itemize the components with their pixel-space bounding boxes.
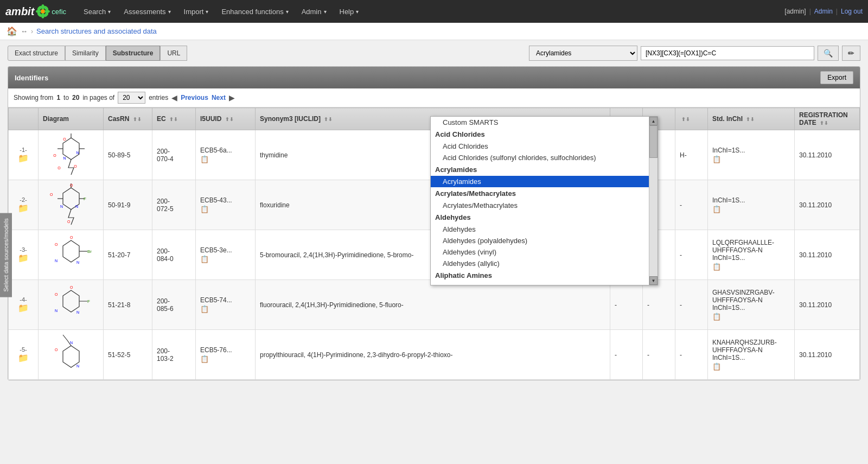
page-size-select[interactable]: 20 50 100	[118, 92, 145, 104]
nav-admin[interactable]: Admin ▾	[295, 0, 333, 23]
showing-to: 20	[72, 94, 79, 101]
copy-icon-2[interactable]: 📋	[200, 205, 251, 213]
enhanced-dropdown-arrow: ▾	[286, 9, 289, 15]
svg-text:N: N	[76, 310, 79, 314]
nav-assessments[interactable]: Assessments ▾	[117, 0, 177, 23]
dropdown-item-acrylamides[interactable]: Acrylamides	[431, 176, 649, 187]
side-tab-select-sources[interactable]: Select data sources/models	[0, 213, 12, 297]
svg-text:N: N	[75, 205, 78, 208]
copy-icon-4[interactable]: 📋	[200, 305, 251, 313]
nav-user-area: [admin] | Admin | Log out	[784, 8, 863, 15]
export-button[interactable]: Export	[820, 71, 853, 84]
nav-import[interactable]: Import ▾	[177, 0, 215, 23]
ec-5: 200-103-2	[152, 330, 196, 380]
svg-marker-29	[63, 240, 79, 262]
dropdown-list: Custom SMARTS Acid Chlorides Acid Chlori…	[431, 117, 649, 285]
dropdown-item-acid-chlorides[interactable]: Acid Chlorides	[431, 141, 649, 152]
folder-icon-4[interactable]: 📁	[18, 303, 29, 313]
smarts-edit-button[interactable]: ✏	[842, 46, 860, 61]
logout-link[interactable]: Log out	[841, 8, 863, 15]
dropdown-item-custom-smarts[interactable]: Custom SMARTS	[431, 117, 649, 128]
copy-stdinchi-2[interactable]: 📋	[712, 205, 790, 213]
diagram-cell-2: F O O O N N	[39, 180, 104, 230]
copy-stdinchi-5[interactable]: 📋	[712, 363, 790, 371]
dropdown-item-aldehydes[interactable]: Aldehydes	[431, 224, 649, 235]
th-col9: ⬆⬇	[675, 108, 708, 130]
th-diagram: Diagram	[39, 108, 104, 130]
folder-icon-3[interactable]: 📁	[18, 253, 29, 263]
smarts-input[interactable]	[641, 46, 814, 60]
smarts-dropdown[interactable]: Custom SMARTS Acid Chlorides Acid Chlori…	[430, 116, 658, 285]
folder-icon-1[interactable]: 📁	[18, 154, 29, 163]
svg-text:O: O	[50, 193, 53, 196]
row-label-1: -1- 📁	[9, 130, 39, 180]
smarts-category-select[interactable]: Custom SMARTSAcid ChloridesAcid Chloride…	[529, 46, 637, 61]
next-button[interactable]: Next	[212, 94, 226, 101]
folder-icon-2[interactable]: 📁	[18, 204, 29, 213]
dropdown-item-aliphatic-primary[interactable]: Aliphatic Amines (primary amines or mono…	[431, 282, 649, 285]
scroll-thumb[interactable]	[649, 125, 658, 158]
th-stdinchi: Std. InChI ⬆⬇	[708, 108, 795, 130]
col9-1: H-	[675, 130, 708, 180]
logo-flower-icon	[36, 4, 50, 18]
logo-cefic-text: cefic	[52, 8, 66, 16]
nav-enhanced-functions[interactable]: Enhanced functions ▾	[215, 0, 295, 23]
svg-marker-36	[63, 290, 79, 312]
next-arrow-icon[interactable]: ▶	[229, 93, 235, 102]
svg-text:O: O	[55, 348, 58, 352]
similarity-button[interactable]: Similarity	[65, 46, 106, 61]
stdinchi-1: InChI=1S...📋	[708, 130, 795, 180]
scroll-up-button[interactable]: ▲	[649, 117, 658, 125]
breadcrumb-link[interactable]: Search structures and associated data	[36, 27, 157, 35]
nav-search[interactable]: Search ▾	[77, 0, 117, 23]
svg-text:O: O	[70, 183, 73, 187]
exact-structure-button[interactable]: Exact structure	[8, 46, 65, 61]
dropdown-item-acrylates[interactable]: Acrylates/Methacrylates	[431, 200, 649, 211]
svg-text:O: O	[67, 220, 71, 224]
smarts-search-button[interactable]: 🔍	[818, 46, 839, 61]
copy-icon-3[interactable]: 📋	[200, 255, 251, 263]
smarts-row: Custom SMARTSAcid ChloridesAcid Chloride…	[529, 46, 860, 61]
results-header: Identifiers Export	[8, 67, 860, 88]
pagination-bar: Showing from 1 to 20 in pages of 20 50 1…	[8, 88, 860, 107]
admin-link[interactable]: Admin	[814, 8, 833, 15]
dropdown-item-aldehydes-poly[interactable]: Aldehydes (polyaldehydes)	[431, 235, 649, 246]
regdate-5: 30.11.2010	[795, 330, 860, 380]
copy-icon-5[interactable]: 📋	[200, 355, 251, 363]
table-row: -5- 📁 N N	[9, 330, 860, 380]
col9-3: -	[675, 230, 708, 280]
svg-text:O: O	[63, 137, 66, 141]
i5uuid-3: ECB5-3e...📋	[196, 230, 256, 280]
col8-5: -	[643, 330, 675, 380]
i5uuid-1: ECB5-6a...📋	[196, 130, 256, 180]
dropdown-item-aldehydes-allylic[interactable]: Aldehydes (allylic)	[431, 258, 649, 269]
table-row: -4- 📁 O N N	[9, 280, 860, 330]
regdate-3: 30.11.2010	[795, 230, 860, 280]
ec-4: 200-085-6	[152, 280, 196, 330]
svg-text:N: N	[63, 156, 66, 160]
copy-stdinchi-3[interactable]: 📋	[712, 263, 790, 271]
copy-stdinchi-4[interactable]: 📋	[712, 313, 790, 321]
home-icon[interactable]: 🏠	[7, 26, 17, 36]
expand-icon[interactable]: ↔	[21, 27, 28, 35]
substructure-button[interactable]: Substructure	[106, 46, 161, 61]
nav-help[interactable]: Help ▾	[333, 0, 366, 23]
svg-text:N: N	[60, 205, 63, 208]
dropdown-group-acrylates: Acrylates/Methacrylates	[431, 187, 649, 200]
ec-2: 200-072-5	[152, 180, 196, 230]
dropdown-item-acid-chlorides-sulfonyl[interactable]: Acid Chlorides (sulfonyl chlorides, sulf…	[431, 152, 649, 163]
svg-text:O: O	[70, 236, 73, 239]
url-button[interactable]: URL	[160, 46, 187, 61]
svg-text:O: O	[74, 164, 77, 168]
diagram-cell-5: N N O	[39, 330, 104, 380]
logo-ambit-text: ambit	[5, 5, 34, 18]
showing-from: 1	[56, 94, 60, 101]
col9-4: -	[675, 280, 708, 330]
folder-icon-5[interactable]: 📁	[18, 353, 29, 363]
copy-stdinchi-1[interactable]: 📋	[712, 155, 790, 163]
previous-button[interactable]: Previous	[181, 94, 208, 101]
copy-icon-1[interactable]: 📋	[200, 155, 251, 163]
dropdown-item-aldehydes-vinyl[interactable]: Aldehydes (vinyl)	[431, 246, 649, 258]
scroll-down-button[interactable]: ▼	[649, 276, 658, 285]
prev-arrow-icon[interactable]: ◀	[171, 93, 177, 102]
